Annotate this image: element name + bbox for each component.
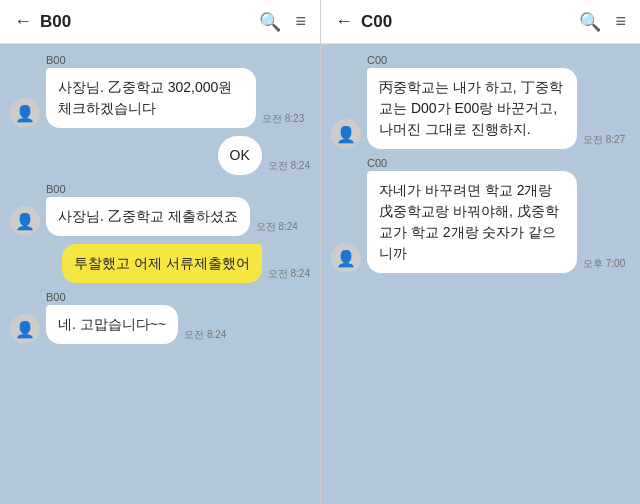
right-bubble-2: 자네가 바꾸려면 학교 2개랑 戊중학교랑 바꿔야해, 戊중학교가 학교 2개랑… (367, 171, 577, 273)
left-bubble-1: 사장님. 乙중학교 302,000원 체크하겠습니다 (46, 68, 256, 128)
right-sender-2: C00 (367, 157, 630, 169)
right-header-icons: 🔍 ≡ (579, 11, 626, 33)
left-avatar-3: 👤 (10, 206, 40, 236)
right-avatar-icon-1: 👤 (336, 125, 356, 144)
left-bubble-row-1: 👤 사장님. 乙중학교 302,000원 체크하겠습니다 오전 8:23 (10, 68, 310, 128)
left-sender-5: B00 (46, 291, 310, 303)
right-avatar-2: 👤 (331, 243, 361, 273)
right-back-button[interactable]: ← (335, 11, 353, 32)
right-bubble-row-1: 👤 丙중학교는 내가 하고, 丁중학교는 D00가 E00랑 바꾼거고, 나머진… (331, 68, 630, 149)
right-search-icon[interactable]: 🔍 (579, 11, 601, 33)
left-message-row-3: B00 👤 사장님. 乙중학교 제출하셨죠 오전 8:24 (10, 183, 310, 236)
left-bubble-row-3: 👤 사장님. 乙중학교 제출하셨죠 오전 8:24 (10, 197, 310, 236)
left-messages-container: B00 👤 사장님. 乙중학교 302,000원 체크하겠습니다 오전 8:23… (0, 44, 320, 504)
right-bubble-1: 丙중학교는 내가 하고, 丁중학교는 D00가 E00랑 바꾼거고, 나머진 그… (367, 68, 577, 149)
left-avatar-1: 👤 (10, 98, 40, 128)
left-bubble-5: 네. 고맙습니다~~ (46, 305, 178, 344)
right-message-row-1: C00 👤 丙중학교는 내가 하고, 丁중학교는 D00가 E00랑 바꾼거고,… (331, 54, 630, 149)
right-bubble-row-2: 👤 자네가 바꾸려면 학교 2개랑 戊중학교랑 바꿔야해, 戊중학교가 학교 2… (331, 171, 630, 273)
left-time-5: 오전 8:24 (184, 328, 226, 342)
left-header-left: ← B00 (14, 11, 71, 32)
left-message-row-2: 오전 8:24 OK (10, 136, 310, 175)
left-bubble-row-4: 오전 8:24 투찰했고 어제 서류제출했어 (10, 244, 310, 283)
left-bubble-row-2: 오전 8:24 OK (10, 136, 310, 175)
right-header: ← C00 🔍 ≡ (321, 0, 640, 44)
right-header-left: ← C00 (335, 11, 392, 32)
right-sender-1: C00 (367, 54, 630, 66)
left-message-row-1: B00 👤 사장님. 乙중학교 302,000원 체크하겠습니다 오전 8:23 (10, 54, 310, 128)
left-header: ← B00 🔍 ≡ (0, 0, 320, 44)
left-time-4: 오전 8:24 (268, 267, 310, 281)
left-bubble-row-5: 👤 네. 고맙습니다~~ 오전 8:24 (10, 305, 310, 344)
left-bubble-4: 투찰했고 어제 서류제출했어 (62, 244, 262, 283)
left-chat-title: B00 (40, 12, 71, 32)
left-search-icon[interactable]: 🔍 (259, 11, 281, 33)
left-sender-1: B00 (46, 54, 310, 66)
left-back-button[interactable]: ← (14, 11, 32, 32)
right-time-1: 오전 8:27 (583, 133, 625, 147)
right-message-row-2: C00 👤 자네가 바꾸려면 학교 2개랑 戊중학교랑 바꿔야해, 戊중학교가 … (331, 157, 630, 273)
left-time-3: 오전 8:24 (256, 220, 298, 234)
left-bubble-3: 사장님. 乙중학교 제출하셨죠 (46, 197, 250, 236)
left-bubble-2: OK (218, 136, 262, 175)
right-avatar-icon-2: 👤 (336, 249, 356, 268)
left-message-row-4: 오전 8:24 투찰했고 어제 서류제출했어 (10, 244, 310, 283)
right-messages-container: C00 👤 丙중학교는 내가 하고, 丁중학교는 D00가 E00랑 바꾼거고,… (321, 44, 640, 504)
left-header-icons: 🔍 ≡ (259, 11, 306, 33)
left-menu-icon[interactable]: ≡ (295, 11, 306, 32)
left-avatar-icon-1: 👤 (15, 104, 35, 123)
left-time-1: 오전 8:23 (262, 112, 304, 126)
left-message-row-5: B00 👤 네. 고맙습니다~~ 오전 8:24 (10, 291, 310, 344)
right-menu-icon[interactable]: ≡ (615, 11, 626, 32)
left-sender-3: B00 (46, 183, 310, 195)
right-chat-title: C00 (361, 12, 392, 32)
left-avatar-icon-3: 👤 (15, 212, 35, 231)
left-avatar-icon-5: 👤 (15, 320, 35, 339)
left-chat-panel: ← B00 🔍 ≡ B00 👤 사장님. 乙중학교 302,000원 체크하겠습… (0, 0, 320, 504)
left-time-2: 오전 8:24 (268, 159, 310, 173)
right-chat-panel: ← C00 🔍 ≡ C00 👤 丙중학교는 내가 하고, 丁중학교는 D00가 … (320, 0, 640, 504)
right-avatar-1: 👤 (331, 119, 361, 149)
left-avatar-5: 👤 (10, 314, 40, 344)
right-time-2: 오후 7:00 (583, 257, 625, 271)
